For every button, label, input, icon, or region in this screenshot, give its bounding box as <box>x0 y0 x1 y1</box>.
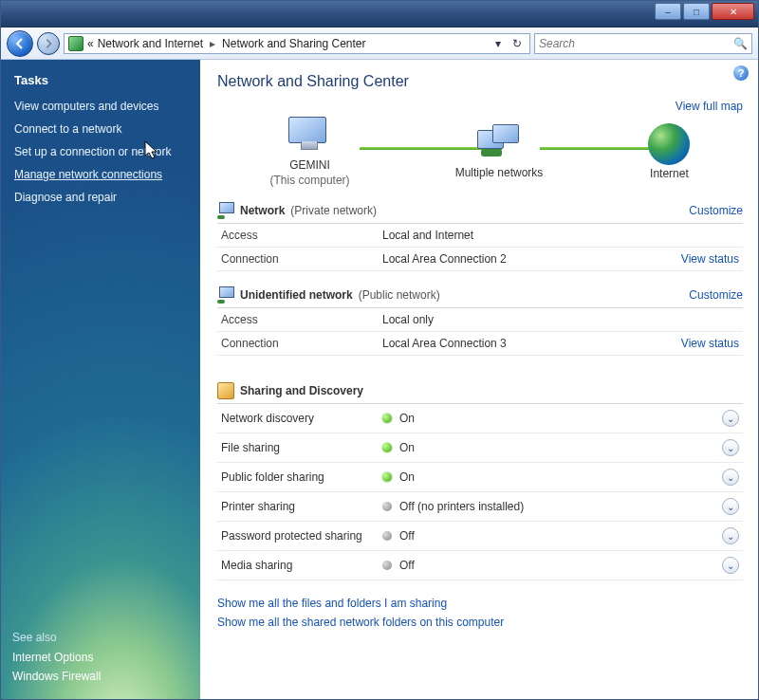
content-pane: ? Network and Sharing Center View full m… <box>200 60 758 699</box>
sharing-value: Off <box>399 529 722 543</box>
help-icon[interactable]: ? <box>733 65 749 81</box>
status-led-icon <box>382 414 392 423</box>
task-manage-connections[interactable]: Manage network connections <box>12 163 189 186</box>
sharing-row: Network discoveryOn⌄ <box>217 404 743 433</box>
expand-button[interactable]: ⌄ <box>722 469 739 486</box>
sharing-label: Media sharing <box>221 559 382 572</box>
row-value: Local Area Connection 3 <box>382 337 681 350</box>
sharing-row: Printer sharingOff (no printers installe… <box>217 492 743 522</box>
network-name: Network <box>240 204 285 217</box>
chevron-right-icon[interactable]: ▸ <box>207 37 218 50</box>
breadcrumb-sharing-center[interactable]: Network and Sharing Center <box>222 37 365 50</box>
see-also-windows-firewall[interactable]: Windows Firewall <box>12 667 189 686</box>
map-node-internet[interactable]: Internet <box>648 123 690 180</box>
refresh-icon[interactable]: ↻ <box>509 35 526 52</box>
network-section-header: Network (Private network) Customize <box>217 196 743 224</box>
network-section-header: Unidentified network (Public network) Cu… <box>217 281 743 308</box>
status-led-icon <box>382 502 392 511</box>
customize-link[interactable]: Customize <box>689 288 743 302</box>
forward-button[interactable] <box>37 32 60 55</box>
task-connect-network[interactable]: Connect to a network <box>12 118 189 140</box>
close-button[interactable]: ✕ <box>712 3 754 20</box>
tasks-heading: Tasks <box>14 73 189 87</box>
network-type: (Private network) <box>290 204 377 217</box>
see-also-heading: See also <box>12 631 189 644</box>
map-node-label: Internet <box>650 167 689 180</box>
nav-bar: « Network and Internet ▸ Network and Sha… <box>1 28 758 60</box>
expand-button[interactable]: ⌄ <box>722 410 739 427</box>
expand-button[interactable]: ⌄ <box>722 439 739 456</box>
customize-link[interactable]: Customize <box>689 204 743 217</box>
view-status-link[interactable]: View status <box>681 337 739 350</box>
network-type: (Public network) <box>359 288 440 302</box>
network-icon <box>217 286 234 304</box>
status-led-icon <box>382 443 392 452</box>
row-value: Local and Internet <box>382 229 739 242</box>
maximize-button[interactable]: □ <box>683 3 710 20</box>
page-title: Network and Sharing Center <box>217 73 743 90</box>
sharing-label: Network discovery <box>221 412 382 425</box>
status-led-icon <box>382 531 392 541</box>
sharing-row: Public folder sharingOn⌄ <box>217 463 743 492</box>
globe-icon <box>648 123 690 165</box>
task-view-computers[interactable]: View computers and devices <box>12 95 189 118</box>
sharing-label: Public folder sharing <box>221 470 382 484</box>
title-bar: – □ ✕ <box>1 1 758 28</box>
row-value: Local only <box>382 313 739 326</box>
sharing-value: On <box>399 412 722 425</box>
task-setup-connection[interactable]: Set up a connection or network <box>12 140 189 163</box>
address-dropdown-icon[interactable]: ▾ <box>490 35 507 52</box>
search-box[interactable]: 🔍 <box>534 33 752 54</box>
sharing-title: Sharing and Discovery <box>240 384 363 397</box>
map-node-sublabel: (This computer) <box>270 174 350 187</box>
computer-icon <box>288 117 332 157</box>
sharing-value: On <box>399 470 722 484</box>
search-input[interactable] <box>539 37 748 50</box>
sharing-value: Off (no printers installed) <box>399 500 722 513</box>
minimize-button[interactable]: – <box>655 3 681 20</box>
search-icon[interactable]: 🔍 <box>733 37 748 50</box>
bottom-links: Show me all the files and folders I am s… <box>217 594 743 632</box>
link-files-sharing[interactable]: Show me all the files and folders I am s… <box>217 594 743 613</box>
view-status-link[interactable]: View status <box>681 252 739 266</box>
see-also-section: See also Internet Options Windows Firewa… <box>12 631 189 686</box>
expand-button[interactable]: ⌄ <box>722 498 739 515</box>
map-node-this-computer[interactable]: GEMINI (This computer) <box>270 117 350 187</box>
view-full-map-link[interactable]: View full map <box>217 100 743 113</box>
network-map: GEMINI (This computer) Multiple networks… <box>217 117 743 187</box>
network-icon <box>217 202 234 219</box>
sharing-label: Printer sharing <box>221 500 382 513</box>
see-also-internet-options[interactable]: Internet Options <box>12 648 189 667</box>
row-label: Access <box>221 229 382 242</box>
control-panel-icon <box>68 36 83 51</box>
row-value: Local Area Connection 2 <box>382 252 681 266</box>
expand-button[interactable]: ⌄ <box>722 557 739 574</box>
map-node-label: GEMINI <box>289 158 330 172</box>
network-name: Unidentified network <box>240 288 353 302</box>
status-led-icon <box>382 472 392 482</box>
status-led-icon <box>382 561 392 570</box>
task-diagnose-repair[interactable]: Diagnose and repair <box>12 186 189 209</box>
sharing-section-header: Sharing and Discovery <box>217 377 743 404</box>
sharing-label: Password protected sharing <box>221 529 382 543</box>
address-bar[interactable]: « Network and Internet ▸ Network and Sha… <box>64 33 530 54</box>
network-access-row: Access Local and Internet <box>217 224 743 248</box>
row-label: Access <box>221 313 382 326</box>
map-node-label: Multiple networks <box>455 166 544 179</box>
row-label: Connection <box>221 337 382 350</box>
sharing-row: File sharingOn⌄ <box>217 433 743 463</box>
back-button[interactable] <box>7 30 33 57</box>
sharing-icon <box>217 382 234 399</box>
sharing-label: File sharing <box>221 441 382 454</box>
map-node-multiple-networks[interactable]: Multiple networks <box>455 124 544 179</box>
expand-button[interactable]: ⌄ <box>722 527 739 544</box>
breadcrumb-prefix: « <box>87 37 94 50</box>
link-shared-folders[interactable]: Show me all the shared network folders o… <box>217 613 743 632</box>
tasks-sidebar: Tasks View computers and devices Connect… <box>1 60 200 699</box>
breadcrumb-network-internet[interactable]: Network and Internet <box>98 37 203 50</box>
network-connection-row: Connection Local Area Connection 2 View … <box>217 248 743 271</box>
sharing-row: Password protected sharingOff⌄ <box>217 522 743 551</box>
window: – □ ✕ « Network and Internet ▸ Network a… <box>0 0 759 700</box>
row-label: Connection <box>221 252 382 266</box>
network-icon <box>477 124 521 164</box>
